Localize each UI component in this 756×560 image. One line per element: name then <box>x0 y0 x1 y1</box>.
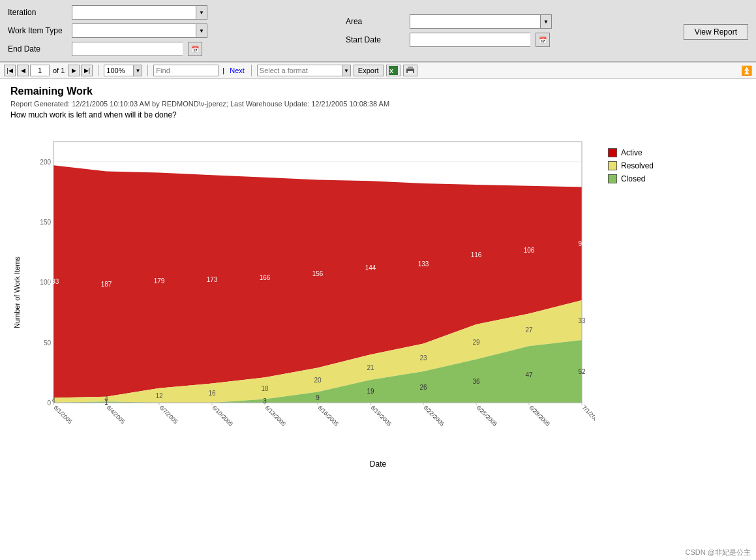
start-date-field: Start Date 6/1/2005 📅 <box>346 33 677 47</box>
view-report-button[interactable]: View Report <box>684 24 748 40</box>
area-dropdown[interactable]: Test13 ▼ <box>410 14 552 29</box>
sep1 <box>98 65 98 76</box>
work-item-type-input[interactable]: Scenario <box>72 23 196 38</box>
start-date-input[interactable]: 6/1/2005 <box>410 33 530 47</box>
sep2 <box>147 65 148 76</box>
svg-text:X: X <box>389 68 393 74</box>
x-axis-label: Date <box>10 459 746 469</box>
work-item-type-field: Work Item Type Scenario ▼ <box>8 23 339 38</box>
end-date-calendar-btn[interactable]: 📅 <box>188 42 202 56</box>
nav-controls: |◀ ◀ 1 of 1 ▶ ▶| <box>4 65 93 76</box>
find-separator: | <box>221 67 226 74</box>
start-date-calendar-btn[interactable]: 📅 <box>536 33 550 47</box>
work-item-type-label: Work Item Type <box>8 26 67 35</box>
zoom-dropdown-btn[interactable]: ▼ <box>133 65 142 76</box>
area-field: Area Test13 ▼ <box>346 14 677 29</box>
find-input[interactable] <box>153 65 219 76</box>
report-title: Remaining Work <box>10 86 746 97</box>
nav-last-btn[interactable]: ▶| <box>81 65 93 76</box>
nav-next-btn[interactable]: ▶ <box>68 65 80 76</box>
svg-rect-3 <box>408 67 413 69</box>
chart-area: Number of Work Items Active Resolved Clo… <box>10 129 746 457</box>
iteration-dropdown[interactable]: Iteration 60 ▼ <box>72 5 207 20</box>
watermark: CSDN @非妃是公主 <box>686 548 751 557</box>
end-date-input[interactable]: 7/1/2005 <box>72 42 183 56</box>
zoom-control: 100% ▼ <box>104 65 142 76</box>
iteration-input[interactable]: Iteration 60 <box>72 5 196 20</box>
iteration-dropdown-btn[interactable]: ▼ <box>196 5 207 20</box>
nav-first-btn[interactable]: |◀ <box>4 65 16 76</box>
iteration-field: Iteration Iteration 60 ▼ <box>8 5 339 20</box>
chart-container <box>21 129 595 457</box>
iteration-label: Iteration <box>8 8 67 17</box>
sep3 <box>251 65 252 76</box>
legend-closed-label: Closed <box>621 174 645 183</box>
format-control: ▼ <box>257 65 351 76</box>
legend-resolved-box <box>608 161 617 170</box>
zoom-input[interactable]: 100% <box>104 65 133 76</box>
export-button[interactable]: Export <box>354 65 384 76</box>
format-input[interactable] <box>257 65 342 76</box>
legend-closed: Closed <box>608 174 673 183</box>
next-label[interactable]: Next <box>228 67 246 74</box>
format-dropdown-btn[interactable]: ▼ <box>342 65 351 76</box>
end-date-label: End Date <box>8 44 67 54</box>
report-body: Remaining Work Report Generated: 12/21/2… <box>0 79 756 560</box>
legend-closed-box <box>608 174 617 183</box>
area-dropdown-btn[interactable]: ▼ <box>540 14 552 29</box>
start-date-label: Start Date <box>346 35 404 44</box>
legend-active-box <box>608 148 617 157</box>
work-item-type-dropdown[interactable]: Scenario ▼ <box>72 23 207 38</box>
area-input[interactable]: Test13 <box>410 14 540 29</box>
work-item-type-dropdown-btn[interactable]: ▼ <box>196 23 207 38</box>
svg-rect-4 <box>408 71 413 74</box>
excel-icon-btn[interactable]: X <box>386 65 401 76</box>
report-meta: Report Generated: 12/21/2005 10:10:03 AM… <box>10 100 746 108</box>
chart-legend: Active Resolved Closed <box>608 129 673 457</box>
area-chart <box>21 129 595 455</box>
legend-resolved: Resolved <box>608 161 673 170</box>
end-date-field: End Date 7/1/2005 📅 <box>8 42 339 56</box>
nav-prev-btn[interactable]: ◀ <box>17 65 29 76</box>
page-number-input[interactable]: 1 <box>30 65 50 76</box>
collapse-btn[interactable]: ⏫ <box>741 65 752 76</box>
area-label: Area <box>346 17 404 26</box>
legend-active-label: Active <box>621 148 643 157</box>
page-of-label: of 1 <box>51 67 67 74</box>
print-icon-btn[interactable] <box>403 65 417 76</box>
y-axis-label: Number of Work Items <box>10 129 21 457</box>
legend-resolved-label: Resolved <box>621 161 654 170</box>
report-question: How much work is left and when will it b… <box>10 110 746 119</box>
report-toolbar: |◀ ◀ 1 of 1 ▶ ▶| 100% ▼ | Next ▼ Export … <box>0 62 756 79</box>
legend-active: Active <box>608 148 673 157</box>
